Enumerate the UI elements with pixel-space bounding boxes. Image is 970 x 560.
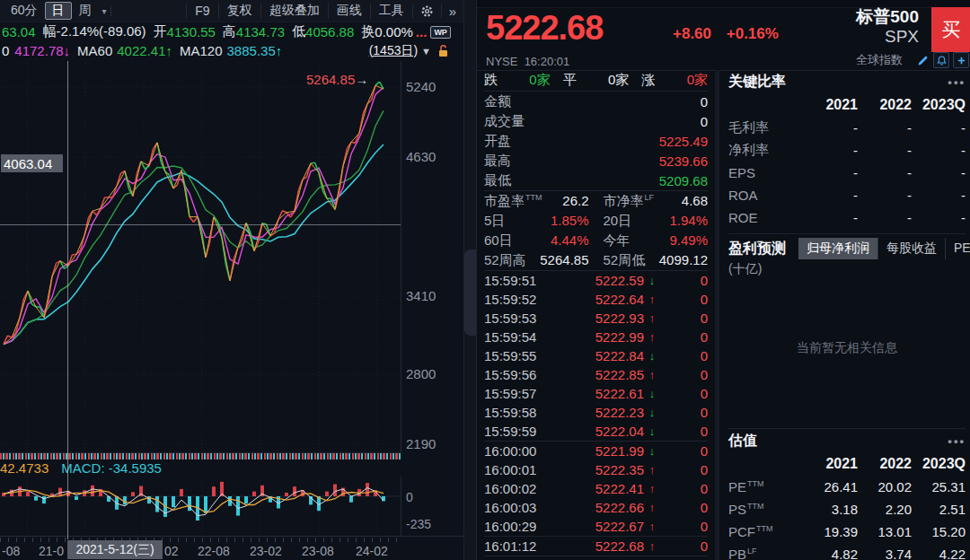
visible-range-button[interactable]: (1453日) [369, 43, 418, 59]
tick-direction-up-icon: ↑ [644, 520, 660, 533]
tick-direction-up-icon: ↑ [644, 311, 660, 325]
pair-label: 60日 [484, 232, 513, 249]
metric-value: 20.02 [858, 479, 912, 494]
valuation-more-icon[interactable]: ••• [948, 434, 966, 448]
pair-label: 52周低 [604, 252, 646, 269]
tick-row: 16:00:025222.41↑0 [484, 479, 708, 498]
period-button-60分[interactable]: 60分 [4, 2, 45, 20]
stat-value: 0 [701, 94, 708, 109]
toolbar-action-超级叠加[interactable]: 超级叠加 [260, 3, 328, 19]
forecast-tab-PE[interactable]: PE [945, 238, 970, 259]
stat-row-成交量: 成交量0 [484, 111, 708, 131]
tick-direction-up-icon: ↑ [644, 482, 660, 495]
tick-price: 5222.67 [547, 519, 644, 534]
period-buttons: 60分日周 [4, 2, 99, 20]
metric-label: ROE [728, 210, 804, 225]
macd-pane[interactable] [0, 477, 401, 536]
metric-label: PETTM [728, 479, 804, 494]
tick-volume: 0 [660, 348, 708, 363]
tick-time: 15:59:58 [484, 405, 547, 420]
toolbar-action-F9[interactable]: F9 [186, 4, 217, 18]
valuation-title: 估值 [728, 432, 757, 451]
time-sales-list[interactable]: 15:59:515222.59↓015:59:525222.64↑015:59:… [484, 271, 708, 560]
forecast-tab-每股收益[interactable]: 每股收益 [877, 238, 945, 259]
key-ratio-row-毛利率: 毛利率--- [728, 117, 966, 139]
tick-volume: 0 [660, 311, 708, 326]
metric-value: - [858, 188, 912, 203]
valuation-section: 估值 ••• 202120222023Q PETTM26.4120.0225.3… [728, 428, 966, 560]
ratio-pair-rows: 市盈率TTM26.2市净率LF4.685日1.85%20日1.94%60日4.4… [484, 191, 708, 271]
tick-volume: 0 [660, 329, 708, 345]
crosshair-horizontal-line [0, 224, 401, 225]
pair-value: 5264.85 [540, 252, 588, 267]
panel-splitter[interactable]: » [463, 0, 477, 560]
period-button-日[interactable]: 日 [45, 2, 72, 20]
pair-row: 60日4.44%今年9.49% [484, 231, 708, 250]
stat-label: 开盘 [484, 133, 511, 150]
tick-time: 15:59:59 [484, 424, 547, 439]
tick-time: 15:59:52 [484, 292, 547, 307]
tick-direction-up-icon: ↑ [644, 368, 660, 381]
tick-time: 15:59:51 [484, 273, 547, 288]
add-watchlist-plus-icon[interactable] [953, 52, 969, 68]
stat-label: 金额 [484, 93, 511, 110]
count-label: 涨 [641, 72, 655, 89]
metric-value: 25.31 [912, 479, 966, 494]
key-ratios-rows: 毛利率---净利率---EPS---ROA---ROE--- [728, 117, 966, 229]
metric-value: - [858, 165, 912, 180]
range-dropdown-icon[interactable]: ▼ [421, 46, 431, 57]
buy-button[interactable]: 买 [931, 7, 970, 52]
price-change: +8.60 +0.16% [673, 25, 789, 43]
stat-row-金额: 金额0 [484, 92, 708, 111]
stat-rows: 金额0成交量0开盘5225.49最高5239.66最低5209.68 [484, 92, 708, 191]
tick-volume: 0 [660, 538, 708, 554]
ma120-value: 3885.35↑ [227, 43, 283, 58]
toolbar-action-工具[interactable]: 工具 [370, 3, 412, 19]
pair-cell-52周低: 52周低4099.12 [604, 252, 709, 269]
pair-row: 5日1.85%20日1.94% [484, 211, 708, 231]
tick-row: 15:59:545222.99↑0 [484, 328, 708, 346]
settings-gear-icon[interactable] [412, 4, 441, 18]
key-ratios-more-icon[interactable]: ••• [948, 75, 966, 89]
count-label: 平 [563, 72, 577, 89]
period-button-周[interactable]: 周 [72, 2, 99, 20]
metric-value: - [912, 120, 966, 136]
metric-value: - [912, 165, 966, 180]
tick-time: 15:59:53 [484, 311, 547, 326]
toolbar-action-画线[interactable]: 画线 [328, 3, 370, 19]
tick-direction-up-icon: ↑ [644, 293, 660, 306]
period-dropdown-icon[interactable]: ▾ [99, 6, 111, 16]
unlock-icon[interactable] [436, 44, 449, 57]
volume-strip [0, 453, 401, 459]
high-label: 高 [223, 23, 236, 40]
crosshair-price-label: 4063.04 [1, 154, 63, 172]
high-annotation: 5264.85→ [306, 72, 368, 87]
toolbar-actions: F9复权超级叠加画线工具 [186, 3, 411, 19]
tick-time: 16:00:02 [484, 481, 547, 496]
pair-cell-52周高: 52周高5264.85 [484, 252, 604, 269]
forecast-header: 盈利预测 归母净利润每股收益PE [728, 236, 966, 261]
x-axis-label: 23-08 [302, 544, 334, 558]
tick-direction-down-icon: ↓ [644, 444, 660, 458]
candlestick-pane[interactable] [0, 61, 401, 453]
stock-app-window: 60分日周 ▾ F9复权超级叠加画线工具 » 63.04 幅-2.14%(-89… [0, 0, 970, 560]
toolbar-action-复权[interactable]: 复权 [218, 3, 260, 19]
alert-bell-icon[interactable] [933, 52, 949, 68]
tick-row: 16:00:005221.99↓0 [484, 442, 708, 460]
toolbar-expand-icon[interactable]: » [441, 4, 463, 19]
high-value: 4134.73 [236, 24, 285, 39]
metric-value: 4.22 [912, 547, 966, 560]
pair-cell-市净率: 市净率LF4.68 [604, 193, 709, 210]
time-axis-ruler [0, 538, 401, 542]
tick-time: 15:59:56 [484, 367, 547, 382]
metric-value: - [858, 210, 912, 225]
price-axis[interactable]: 52404630341028002190 [401, 61, 463, 452]
wp-monitor-icon[interactable]: WP [430, 26, 451, 39]
forecast-tab-归母净利润[interactable]: 归母净利润 [798, 238, 877, 259]
valuation-row-PE: PETTM26.4120.0225.31 [728, 476, 966, 498]
time-axis[interactable]: -0821-00222-0823-0223-0824-02 2021-5-12(… [0, 536, 463, 560]
forecast-empty-message: 当前暂无相关信息 [728, 340, 966, 356]
stat-label: 成交量 [484, 113, 525, 130]
tick-volume: 0 [660, 519, 708, 534]
edit-pencil-icon[interactable] [916, 54, 930, 67]
